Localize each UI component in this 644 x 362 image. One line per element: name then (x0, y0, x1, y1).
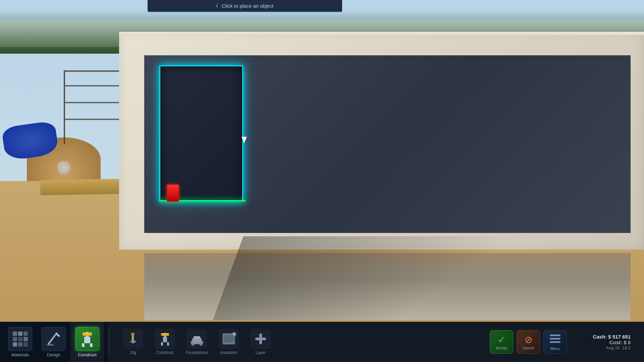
svg-rect-41 (550, 335, 560, 336)
ground-object (57, 161, 70, 174)
dig-label: Dig (130, 350, 136, 355)
svg-rect-20 (131, 333, 135, 336)
sub-tool-insulation[interactable]: Insulation (214, 326, 244, 358)
menu-button[interactable]: Menu (543, 330, 567, 354)
svg-rect-26 (167, 342, 169, 346)
tool-design[interactable]: Design (37, 322, 70, 362)
svg-rect-24 (161, 333, 169, 335)
cancel-icon: ⊘ (525, 334, 532, 345)
door-red-indicator (167, 185, 179, 201)
door-frame[interactable] (159, 65, 243, 201)
svg-rect-30 (192, 344, 194, 346)
svg-rect-5 (23, 337, 28, 341)
svg-rect-3 (13, 337, 17, 341)
info-message: Click to place an object (222, 3, 273, 9)
dig-icon (123, 329, 143, 349)
svg-rect-25 (161, 342, 163, 346)
materials-label: Materials (11, 352, 29, 357)
layer-label: Layer (256, 350, 266, 355)
svg-rect-33 (224, 335, 233, 343)
foundations-icon (187, 329, 207, 349)
svg-rect-13 (84, 337, 90, 343)
svg-rect-8 (23, 342, 28, 347)
hud-cash: Cash: $ 517 651 (593, 334, 631, 340)
svg-rect-42 (550, 338, 560, 340)
svg-rect-22 (163, 337, 167, 342)
materials-icon (8, 327, 32, 351)
accept-button[interactable]: ✓ Accept (490, 330, 513, 354)
sub-tool-foundations[interactable]: Foundations (182, 326, 212, 358)
design-icon (42, 327, 66, 351)
viewport: i Click to place an object (0, 0, 644, 362)
accept-icon: ✓ (498, 334, 505, 345)
sub-tool-construct[interactable]: Construct (150, 326, 180, 358)
svg-marker-10 (56, 332, 60, 337)
hud-info: Cash: $ 517 651 Cost: $ 0 Aug 16 18:2 (570, 334, 637, 350)
svg-rect-2 (23, 331, 28, 336)
svg-line-9 (48, 334, 56, 344)
svg-rect-38 (232, 334, 236, 335)
svg-rect-0 (13, 331, 17, 336)
info-icon: i (216, 3, 218, 9)
foundations-label: Foundations (186, 350, 208, 355)
design-label: Design (47, 352, 60, 357)
svg-rect-17 (90, 343, 93, 347)
hud-cost: Cost: $ 0 (609, 340, 631, 345)
tool-construct[interactable]: Construct (70, 322, 104, 362)
sub-tool-layer[interactable]: Layer (246, 326, 276, 358)
svg-rect-29 (194, 336, 200, 339)
cancel-button[interactable]: ⊘ Cancel (517, 330, 540, 354)
svg-rect-15 (83, 333, 92, 334)
tool-materials[interactable]: Materials (3, 322, 37, 362)
svg-rect-7 (18, 342, 22, 347)
svg-rect-40 (255, 338, 266, 340)
action-buttons: ✓ Accept ⊘ Cancel Menu (490, 330, 644, 354)
accept-label: Accept (496, 346, 507, 350)
menu-label: Menu (550, 347, 560, 351)
svg-rect-43 (550, 341, 560, 343)
sub-tools: Dig Construct (111, 326, 282, 358)
svg-rect-11 (47, 344, 54, 346)
layer-icon (251, 329, 271, 349)
bottom-toolbar: Materials Design (0, 322, 644, 362)
construct-icon (75, 327, 99, 351)
hud-date: Aug 16 18:2 (606, 345, 631, 350)
construct-label: Construct (78, 352, 97, 357)
svg-rect-31 (200, 344, 202, 346)
primary-tools: Materials Design (0, 322, 107, 362)
construct-sub-icon (155, 329, 175, 349)
menu-icon (549, 334, 561, 346)
info-bar: i Click to place an object (148, 0, 342, 12)
sub-tool-dig[interactable]: Dig (118, 326, 148, 358)
svg-rect-4 (18, 337, 22, 341)
cancel-label: Cancel (523, 346, 534, 350)
svg-rect-1 (18, 331, 22, 336)
insulation-icon (219, 329, 239, 349)
insulation-label: Insulation (220, 350, 237, 355)
scaffold (64, 70, 124, 144)
toolbar-divider-1 (109, 328, 110, 355)
svg-rect-16 (82, 343, 85, 347)
svg-marker-19 (130, 340, 137, 344)
wall-top-strip (119, 32, 644, 35)
floor-shadow-diagonal (213, 236, 545, 320)
svg-rect-6 (13, 342, 17, 347)
construct-sub-label: Construct (156, 350, 173, 355)
